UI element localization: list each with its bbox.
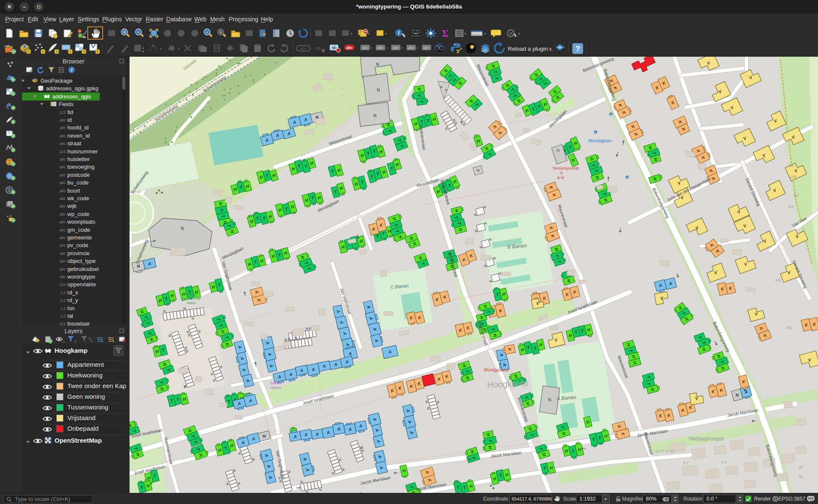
svg-text:106: 106 [788, 164, 794, 168]
svg-text:N: N [377, 88, 380, 92]
svg-text:Tandartspraktijk: Tandartspraktijk [552, 166, 579, 170]
svg-text:B: B [626, 176, 628, 179]
svg-text:112: 112 [788, 204, 794, 209]
svg-text:N: N [373, 113, 376, 118]
svg-text:+: + [123, 29, 126, 35]
svg-text:& M: & M [557, 176, 564, 180]
svg-text:abc: abc [423, 46, 430, 50]
svg-text:Hilvers: Hilvers [270, 386, 282, 390]
svg-text:19 17 15 13: 19 17 15 13 [655, 449, 674, 453]
svg-text:N: N [445, 88, 447, 92]
svg-text:−: − [137, 29, 140, 35]
svg-text:Wijslijf: Wijslijf [186, 292, 197, 297]
svg-text:Mondgezond: Mondgezond [484, 368, 509, 372]
svg-text:mass: mass [187, 301, 196, 305]
svg-text:N: N [557, 148, 560, 153]
svg-text:abc: abc [362, 46, 369, 50]
svg-text:Holistische: Holistische [182, 297, 201, 301]
svg-text:?: ? [576, 45, 580, 53]
svg-text:N: N [440, 85, 443, 89]
svg-text:N: N [376, 62, 379, 67]
svg-text:S: S [560, 171, 563, 175]
svg-text:110: 110 [793, 193, 799, 198]
svg-text:101: 101 [786, 325, 792, 330]
svg-text:102: 102 [775, 278, 781, 282]
svg-text:›: › [220, 29, 222, 35]
svg-text:81: 81 [799, 475, 803, 479]
svg-text:108: 108 [790, 175, 796, 179]
svg-text:N: N [548, 397, 551, 402]
svg-text:abc: abc [346, 46, 353, 50]
svg-text:Mesdaglaan: Mesdaglaan [588, 138, 611, 143]
svg-text:B: B [595, 131, 596, 134]
svg-text:Σ: Σ [442, 28, 449, 39]
svg-text:N: N [181, 226, 184, 231]
svg-text:abc: abc [300, 46, 307, 51]
svg-text:B: B [610, 113, 612, 116]
svg-text:Bakker: Bakker [270, 381, 282, 385]
svg-text:9 7: 9 7 [683, 461, 688, 465]
svg-text:83: 83 [799, 465, 803, 469]
svg-text:ab: ab [331, 45, 337, 50]
svg-text:3 1: 3 1 [722, 460, 727, 464]
svg-text:Middaghoogte: Middaghoogte [689, 435, 724, 442]
svg-text:abc: abc [315, 46, 322, 51]
svg-text:‹: ‹ [206, 29, 208, 35]
svg-text:abc: abc [408, 46, 415, 50]
svg-text:abc: abc [393, 46, 399, 50]
svg-text:abc: abc [377, 46, 384, 50]
